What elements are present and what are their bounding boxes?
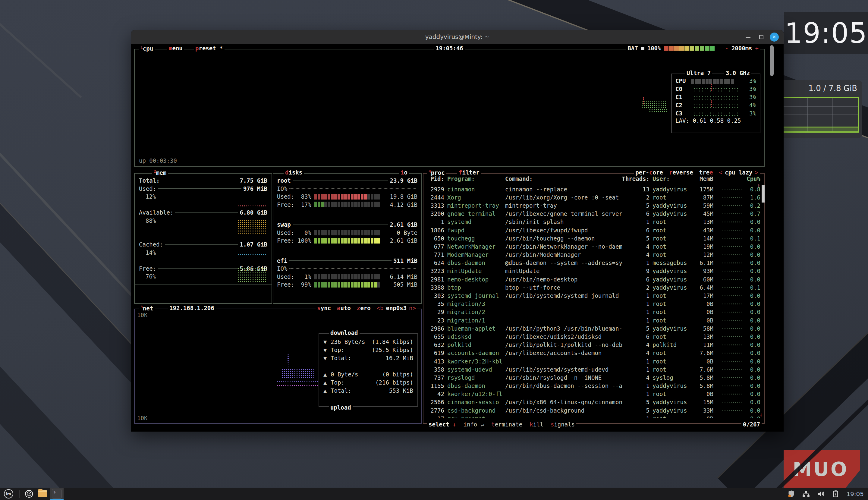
disk-free-row: Free:99%505 MiB xyxy=(277,281,418,289)
proc-row[interactable]: 650touchegg/usr/bin/touchegg --daemon5ro… xyxy=(427,234,761,242)
proc-row[interactable]: 3223mintUpdatemintUpdate9yaddyvirus93M0.… xyxy=(427,267,761,275)
meter-block xyxy=(324,194,327,200)
battery-block xyxy=(695,46,699,50)
proc-scrollbar-thumb[interactable] xyxy=(762,185,765,203)
network-icon[interactable] xyxy=(802,490,810,498)
proc-row[interactable]: 677NetworkManager/usr/sbin/NetworkManage… xyxy=(427,242,761,250)
proc-row[interactable]: 2566cinnamon-sessio/usr/lib/x86_64-linux… xyxy=(427,398,761,406)
proc-row[interactable]: 23migration/11root0B0.0 xyxy=(427,316,761,324)
menu-button[interactable]: menu xyxy=(167,45,184,52)
proc-row[interactable]: 3313mintreport-traymintreport-tray5yaddy… xyxy=(427,201,761,209)
proc-row[interactable]: 771ModemManager/usr/sbin/ModemManager4ro… xyxy=(427,251,761,259)
proc-row[interactable]: 17rcu_preempt1root0B0.0 xyxy=(427,414,761,418)
proc-scroll-down-icon[interactable]: ↓ xyxy=(760,411,763,418)
mint-menu-button[interactable]: lm xyxy=(0,488,17,500)
cpu-frequency: 3.0 GHz xyxy=(724,70,751,76)
proc-row[interactable]: 1866fwupd/usr/libexec/fwupd/fwupd6root43… xyxy=(427,226,761,234)
proc-row[interactable]: 2929cinnamoncinnamon --replace13yaddyvir… xyxy=(427,185,761,193)
minimize-button[interactable] xyxy=(743,30,753,44)
terminal-content: 1cpu menu preset * 19:05:46 BAT 100% - 2… xyxy=(131,44,784,432)
volume-icon[interactable] xyxy=(817,490,825,498)
launcher-files[interactable] xyxy=(36,488,50,500)
proc-row[interactable]: 655udisksd/usr/libexec/udisks2/udisksd6r… xyxy=(427,332,761,341)
per-core-toggle[interactable]: per-core xyxy=(635,169,663,176)
launcher-terminal-active[interactable]: $_ xyxy=(50,488,64,500)
proc-row[interactable]: 29migration/21root0B0.0 xyxy=(427,308,761,316)
select-button[interactable]: select ↓ xyxy=(429,421,456,428)
proc-row[interactable]: 358systemd-udevd/usr/lib/systemd/systemd… xyxy=(427,365,761,373)
cpu-model: Ultra 7 xyxy=(685,70,712,76)
memory-desklet[interactable]: 1.0 / 7.8 GiB xyxy=(779,80,862,138)
info-button[interactable]: info ↵ xyxy=(464,421,484,428)
battery-and-interval: BAT 100% - 2000ms + xyxy=(626,45,760,52)
proc-cpu-history-dots xyxy=(722,262,743,264)
kill-button[interactable]: kill xyxy=(529,421,544,428)
proc-cpu-history-dots xyxy=(722,221,743,223)
io-toggle[interactable]: io xyxy=(399,169,409,176)
window-titlebar[interactable]: yaddyvirus@Minty: ~ ✕ xyxy=(131,30,784,44)
proc-row[interactable]: 1155dbus-daemon/usr/bin/dbus-daemon --se… xyxy=(427,382,761,390)
battery-block xyxy=(674,46,679,50)
maximize-button[interactable] xyxy=(756,30,767,44)
proc-row[interactable]: 632polkitd/usr/lib/polkit-1/polkitd --no… xyxy=(427,341,761,349)
proc-filter-button[interactable]: filter xyxy=(457,169,481,176)
proc-row[interactable]: 303systemd-journal/usr/lib/systemd/syste… xyxy=(427,292,761,299)
cpu-graph-red-dots xyxy=(642,97,644,105)
terminate-button[interactable]: terminate xyxy=(491,421,522,428)
proc-row[interactable]: 2981nemo-desktop/usr/bin/nemo-desktop6ya… xyxy=(427,275,761,283)
proc-cpu-history-dots xyxy=(722,245,743,248)
meter-block xyxy=(377,282,380,287)
meter-block xyxy=(344,194,347,200)
window-title: yaddyvirus@Minty: ~ xyxy=(131,33,784,41)
tree-toggle[interactable]: tree xyxy=(699,169,713,176)
proc-row[interactable]: 737rsyslogd/usr/sbin/rsyslogd -n -iNONE4… xyxy=(427,373,761,382)
taskbar-clock[interactable]: 19:05 xyxy=(846,490,864,498)
proc-row[interactable]: 2986blueman-applet/usr/bin/python3 /usr/… xyxy=(427,324,761,332)
interval-increase-button[interactable]: + xyxy=(755,45,758,52)
minimize-icon xyxy=(746,37,751,38)
net-interface-switcher[interactable]: <benp0s3n> xyxy=(377,305,416,311)
clock-desklet[interactable]: 19:05 xyxy=(784,12,868,54)
meter-block xyxy=(367,238,370,243)
proc-cpu-history-dots xyxy=(722,344,743,346)
interval-decrease-button[interactable]: - xyxy=(725,45,728,52)
proc-row[interactable]: 413kworker/3:2H-kbl1root0B0.0 xyxy=(427,357,761,365)
preset-button[interactable]: preset * xyxy=(194,45,225,52)
proc-row[interactable]: 3200gnome-terminal-/usr/libexec/gnome-te… xyxy=(427,210,761,218)
meter-block xyxy=(344,238,347,243)
proc-cpu-history-dots xyxy=(722,278,743,280)
disk-used-meter xyxy=(315,194,380,200)
update-shield-icon[interactable] xyxy=(787,490,795,498)
proc-row[interactable]: 619accounts-daemon/usr/libexec/accounts-… xyxy=(427,349,761,357)
sort-mode-switcher[interactable]: <cpu lazy> xyxy=(719,169,758,176)
net-box-title[interactable]: 3net xyxy=(139,305,155,311)
launcher-browser[interactable] xyxy=(22,488,36,500)
proc-row[interactable]: 42kworker/u12:0-fl1root0B0.0 xyxy=(427,390,761,398)
meter-block xyxy=(324,282,327,287)
disk-used-row: Used:0%0 Byte xyxy=(277,229,418,237)
terminal-scrollbar[interactable] xyxy=(770,45,774,76)
net-auto-button[interactable]: auto xyxy=(337,305,351,311)
proc-row[interactable]: 2776csd-background/usr/bin/csd-backgroun… xyxy=(427,406,761,414)
proc-row[interactable]: 3388btopbtop --utf-force2yaddyvirus6.4M0… xyxy=(427,283,761,292)
meter-block xyxy=(331,238,334,243)
close-button[interactable]: ✕ xyxy=(768,30,780,44)
signals-button[interactable]: signals xyxy=(551,421,575,428)
cpu-box-title[interactable]: 1cpu xyxy=(139,45,155,52)
proc-row[interactable]: 2444Xorg/usr/lib/xorg/Xorg -core :0 -sea… xyxy=(427,193,761,201)
disks-box-title[interactable]: disks xyxy=(284,169,304,176)
mem-box-title[interactable]: 2mem xyxy=(152,169,168,176)
net-zero-button[interactable]: zero xyxy=(357,305,371,311)
power-status-icon[interactable] xyxy=(832,490,840,498)
proc-row[interactable]: 1systemd/sbin/init splash1root13M0.0 xyxy=(427,218,761,226)
battery-meter xyxy=(664,46,715,50)
meter-block xyxy=(338,230,340,235)
proc-row[interactable]: 35migration/31root0B0.0 xyxy=(427,300,761,308)
proc-cpu-history-dots xyxy=(722,409,743,411)
taskbar-separator xyxy=(19,490,20,498)
net-sync-button[interactable]: sync xyxy=(317,305,331,311)
proc-row[interactable]: 624dbus-daemon@dbus-daemon --system --ad… xyxy=(427,259,761,267)
reverse-toggle[interactable]: reverse xyxy=(669,169,693,176)
meter-block xyxy=(713,79,716,84)
proc-box-title[interactable]: 4proc xyxy=(427,169,446,176)
